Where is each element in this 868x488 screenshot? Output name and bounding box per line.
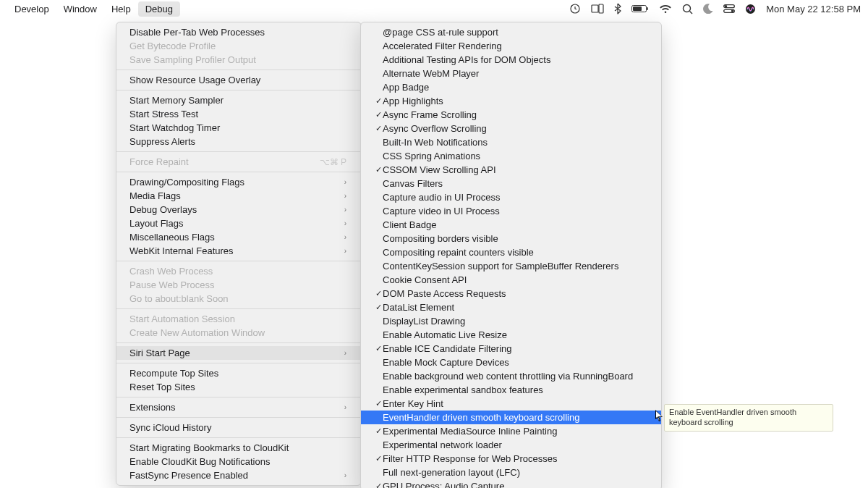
submenu-item[interactable]: ✓Experimental MediaSource Inline Paintin… (361, 424, 661, 438)
menu-item[interactable]: Debug Overlays› (116, 203, 361, 216)
chevron-right-icon: › (341, 192, 346, 200)
menu-item[interactable]: Media Flags› (116, 189, 361, 203)
submenu-item-label: Full next-generation layout (LFC) (383, 467, 647, 478)
submenu-item[interactable]: Enable experimental sandbox features (361, 383, 661, 397)
checkmark-icon: ✓ (374, 399, 383, 408)
menu-separator (116, 151, 361, 152)
submenu-item[interactable]: DisplayList Drawing (361, 314, 661, 328)
submenu-item[interactable]: Enable background web content throttling… (361, 369, 661, 383)
submenu-item[interactable]: Capture audio in UI Process (361, 190, 661, 204)
menu-separator (116, 363, 361, 363)
checkmark-icon: ✓ (374, 454, 383, 463)
submenu-item[interactable]: Client Badge (361, 218, 661, 232)
submenu-item[interactable]: Full next-generation layout (LFC) (361, 466, 661, 479)
menu-item[interactable]: Show Resource Usage Overlay (116, 73, 361, 87)
submenu-item[interactable]: App Badge (361, 80, 661, 94)
control-center-icon[interactable] (723, 4, 735, 13)
submenu-item[interactable]: Experimental network loader (361, 438, 661, 452)
submenu-item[interactable]: ✓GPU Process: Audio Capture (361, 479, 661, 488)
submenu-item[interactable]: Capture video in UI Process (361, 204, 661, 218)
bluetooth-icon[interactable] (614, 3, 621, 14)
menu-item-label: Sync iCloud History (129, 422, 346, 433)
menu-item[interactable]: Start Stress Test (116, 107, 361, 121)
menu-item[interactable]: Sync iCloud History (116, 421, 361, 434)
search-icon[interactable] (682, 4, 693, 14)
submenu-item[interactable]: ✓DataList Element (361, 300, 661, 314)
checkmark-icon: ✓ (374, 110, 383, 119)
debug-menu: Disable Per-Tab Web ProcessesGet Bytecod… (116, 22, 362, 486)
submenu-item[interactable]: Built-In Web Notifications (361, 135, 661, 149)
submenu-item[interactable]: ContentKeySession support for SampleBuff… (361, 259, 661, 273)
menubar-item-window[interactable]: Window (56, 1, 104, 17)
submenu-item[interactable]: EventHandler driven smooth keyboard scro… (361, 411, 661, 424)
menu-item[interactable]: Enable CloudKit Bug Notifications (116, 455, 361, 468)
menu-item[interactable]: Start Watchdog Timer (116, 121, 361, 135)
menu-item[interactable]: Miscellaneous Flags› (116, 230, 361, 244)
submenu-item[interactable]: Cookie Consent API (361, 273, 661, 287)
submenu-item[interactable]: Canvas Filters (361, 177, 661, 190)
menubar-item-develop[interactable]: Develop (7, 1, 56, 17)
menubar-clock[interactable]: Mon May 22 12:58 PM (766, 4, 861, 14)
menu-item[interactable]: Start Memory Sampler (116, 93, 361, 107)
menu-item: Start Automation Session (116, 312, 361, 326)
submenu-item-label: GPU Process: Audio Capture (383, 481, 647, 488)
menu-item-label: Start Automation Session (129, 314, 346, 324)
menu-item[interactable]: Drawing/Compositing Flags› (116, 175, 361, 189)
menu-item[interactable]: Reset Top Sites (116, 380, 361, 394)
submenu-item-label: DOM Paste Access Requests (383, 288, 647, 299)
submenu-item[interactable]: ✓Async Overflow Scrolling (361, 122, 661, 135)
submenu-item[interactable]: Additional Testing APIs for DOM Objects (361, 53, 661, 67)
menu-item[interactable]: FastSync Presence Enabled› (116, 468, 361, 482)
submenu-item[interactable]: Alternate WebM Player (361, 67, 661, 80)
submenu-item-label: Filter HTTP Response for Web Processes (383, 453, 647, 464)
menu-item[interactable]: Siri Start Page› (116, 346, 361, 360)
timemachine-icon[interactable] (569, 3, 581, 14)
chevron-right-icon: › (341, 206, 346, 214)
submenu-item-label: @page CSS at-rule support (383, 27, 647, 38)
menu-item-label: FastSync Presence Enabled (129, 470, 341, 481)
chevron-right-icon: › (341, 219, 346, 227)
submenu-item[interactable]: ✓Async Frame Scrolling (361, 108, 661, 122)
svg-rect-2 (599, 4, 603, 13)
menu-item[interactable]: Layout Flags› (116, 216, 361, 230)
menu-item-label: Reset Top Sites (129, 382, 346, 392)
submenu-item[interactable]: Compositing repaint counters visible (361, 245, 661, 259)
submenu-item[interactable]: @page CSS at-rule support (361, 25, 661, 39)
submenu-item[interactable]: Compositing borders visible (361, 232, 661, 245)
menu-item[interactable]: Start Migrating Bookmarks to CloudKit (116, 441, 361, 455)
submenu-item-label: Async Frame Scrolling (383, 109, 647, 120)
menu-item-label: Suppress Alerts (129, 136, 346, 147)
menu-item-label: Pause Web Process (129, 279, 346, 290)
checkmark-icon: ✓ (374, 426, 383, 436)
siri-icon[interactable] (745, 4, 756, 14)
wifi-icon[interactable] (659, 4, 672, 14)
menu-item-label: Start Stress Test (129, 109, 346, 119)
menubar-item-debug[interactable]: Debug (138, 1, 180, 17)
submenu-item[interactable]: Enable Automatic Live Resize (361, 328, 661, 342)
submenu-item[interactable]: Accelerated Filter Rendering (361, 39, 661, 53)
menu-item[interactable]: WebKit Internal Features› (116, 244, 361, 258)
submenu-item[interactable]: ✓CSSOM View Scrolling API (361, 163, 661, 177)
submenu-item[interactable]: ✓DOM Paste Access Requests (361, 287, 661, 300)
do-not-disturb-icon[interactable] (703, 4, 713, 14)
submenu-item[interactable]: ✓Filter HTTP Response for Web Processes (361, 452, 661, 466)
battery-icon[interactable] (631, 4, 649, 13)
menu-item-label: Debug Overlays (129, 204, 341, 215)
menubar-item-help[interactable]: Help (104, 1, 138, 17)
menu-item-label: Show Resource Usage Overlay (129, 75, 346, 85)
menu-item[interactable]: Extensions› (116, 400, 361, 414)
submenu-item[interactable]: ✓Enter Key Hint (361, 397, 661, 411)
submenu-item[interactable]: ✓App Highlights (361, 94, 661, 108)
menu-item-label: Miscellaneous Flags (129, 232, 341, 243)
menu-item-label: Recompute Top Sites (129, 368, 346, 379)
chevron-right-icon: › (341, 233, 346, 241)
menu-item: Save Sampling Profiler Output (116, 53, 361, 67)
submenu-item[interactable]: ✓Enable ICE Candidate Filtering (361, 342, 661, 356)
submenu-item[interactable]: Enable Mock Capture Devices (361, 356, 661, 369)
menu-item[interactable]: Disable Per-Tab Web Processes (116, 25, 361, 39)
menu-item[interactable]: Recompute Top Sites (116, 366, 361, 380)
menu-item[interactable]: Suppress Alerts (116, 135, 361, 148)
submenu-item[interactable]: CSS Spring Animations (361, 149, 661, 163)
menu-separator (116, 308, 361, 309)
sidecar-icon[interactable] (591, 4, 604, 14)
